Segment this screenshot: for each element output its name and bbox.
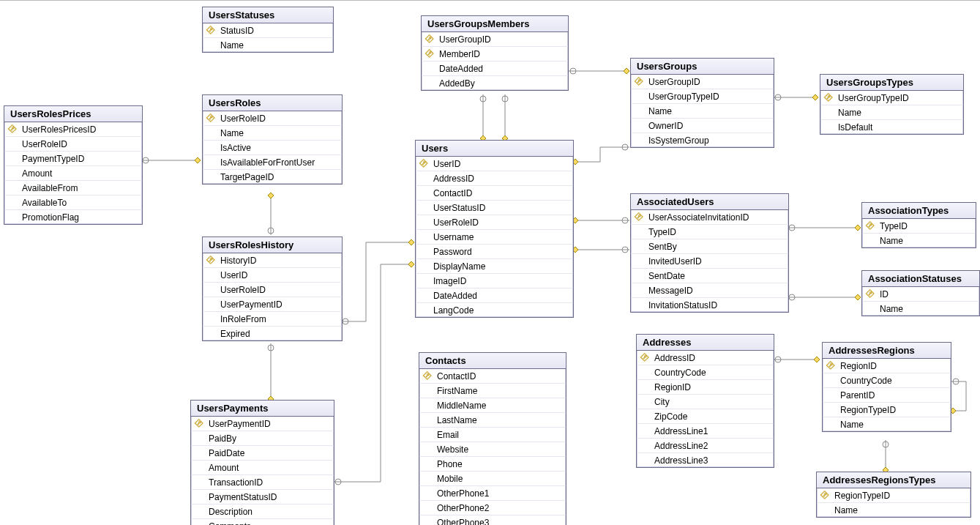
column-row[interactable]: OtherPhone1 (419, 486, 566, 501)
column-row[interactable]: TargetPageID (203, 170, 342, 184)
column-row[interactable]: TransactionID (191, 475, 334, 490)
column-row[interactable]: MiddleName (419, 398, 566, 413)
column-row[interactable]: IsAvailableForFrontUser (203, 155, 342, 170)
column-row[interactable]: PaymentStatusID (191, 490, 334, 504)
table-addresses[interactable]: Addresses⚿AddressIDCountryCodeRegionIDCi… (636, 334, 774, 468)
column-row[interactable]: ⚿UserGroupID (631, 75, 774, 89)
table-users-statuses[interactable]: UsersStatuses⚿StatusIDName (202, 7, 334, 53)
column-row[interactable]: UserPaymentID (203, 297, 342, 312)
column-row[interactable]: Name (203, 38, 333, 52)
column-row[interactable]: Username (416, 230, 573, 245)
column-row[interactable]: OwnerID (631, 119, 774, 133)
column-row[interactable]: PaidDate (191, 446, 334, 461)
column-row[interactable]: DateAdded (416, 288, 573, 303)
column-row[interactable]: UserGroupTypeID (631, 89, 774, 104)
column-row[interactable]: ⚿UserID (416, 157, 573, 171)
column-row[interactable]: ⚿UserGroupTypeID (820, 91, 963, 105)
column-row[interactable]: ParentID (823, 388, 951, 403)
column-row[interactable]: IsDefault (820, 120, 963, 134)
column-row[interactable]: OtherPhone2 (419, 501, 566, 515)
column-row[interactable]: Name (862, 234, 976, 247)
table-association-statuses[interactable]: AssociationStatuses⚿IDName (861, 270, 980, 316)
column-row[interactable]: UserStatusID (416, 201, 573, 215)
column-row[interactable]: ImageID (416, 274, 573, 288)
column-row[interactable]: AddressID (416, 171, 573, 186)
column-row[interactable]: Password (416, 245, 573, 259)
column-row[interactable]: UserRoleID (4, 137, 142, 152)
table-addresses-regions-types[interactable]: AddressesRegionsTypes⚿RegionTypeIDName (816, 472, 971, 518)
column-row[interactable]: ⚿ID (862, 287, 979, 302)
column-row[interactable]: Phone (419, 457, 566, 472)
column-row[interactable]: ⚿RegionID (823, 359, 951, 373)
column-row[interactable]: RegionID (637, 380, 774, 395)
table-users-groups[interactable]: UsersGroups⚿UserGroupIDUserGroupTypeIDNa… (630, 58, 774, 148)
table-users-roles-prices[interactable]: UsersRolesPrices⚿UserRolesPricesIDUserRo… (4, 105, 143, 225)
column-row[interactable]: ⚿AddressID (637, 351, 774, 365)
column-row[interactable]: DisplayName (416, 259, 573, 274)
table-users-groups-members[interactable]: UsersGroupsMembers⚿UserGroupID⚿MemberIDD… (421, 15, 569, 91)
column-row[interactable]: SentBy (631, 239, 788, 254)
column-row[interactable]: ⚿StatusID (203, 23, 333, 38)
table-users[interactable]: Users⚿UserIDAddressIDContactIDUserStatus… (415, 140, 574, 318)
column-row[interactable]: Name (817, 503, 970, 517)
column-row[interactable]: IsSystemGroup (631, 133, 774, 147)
column-row[interactable]: Amount (191, 461, 334, 475)
column-row[interactable]: AvailableFrom (4, 181, 142, 196)
column-row[interactable]: LastName (419, 413, 566, 428)
column-row[interactable]: OtherPhone3 (419, 515, 566, 525)
column-row[interactable]: ⚿RegionTypeID (817, 488, 970, 503)
column-row[interactable]: Name (631, 104, 774, 119)
column-row[interactable]: UserRoleID (203, 283, 342, 297)
column-row[interactable]: City (637, 395, 774, 409)
column-row[interactable]: AvailableTo (4, 196, 142, 210)
column-row[interactable]: IsActive (203, 141, 342, 155)
column-row[interactable]: InvitedUserID (631, 254, 788, 269)
column-row[interactable]: Comments (191, 519, 334, 525)
column-row[interactable]: ⚿UserPaymentID (191, 417, 334, 431)
column-row[interactable]: ⚿MemberID (422, 47, 568, 62)
column-row[interactable]: Mobile (419, 472, 566, 486)
column-row[interactable]: Name (820, 105, 963, 120)
column-row[interactable]: TypeID (631, 225, 788, 239)
column-row[interactable]: ⚿UserGroupID (422, 32, 568, 47)
column-row[interactable]: Name (862, 302, 979, 316)
table-users-roles[interactable]: UsersRoles⚿UserRoleIDNameIsActiveIsAvail… (202, 94, 343, 185)
column-row[interactable]: MessageID (631, 283, 788, 298)
column-row[interactable]: AddressLine2 (637, 439, 774, 453)
column-row[interactable]: AddressLine3 (637, 453, 774, 467)
column-row[interactable]: CountryCode (637, 365, 774, 380)
column-row[interactable]: CountryCode (823, 373, 951, 388)
column-row[interactable]: UserID (203, 268, 342, 283)
diagram-canvas[interactable]: UsersStatuses⚿StatusIDName UsersRolesPri… (0, 0, 980, 525)
column-row[interactable]: ⚿ContactID (419, 369, 566, 384)
column-row[interactable]: ⚿UserRolesPricesID (4, 122, 142, 137)
column-row[interactable]: Description (191, 504, 334, 519)
column-row[interactable]: PromotionFlag (4, 210, 142, 224)
column-row[interactable]: UserRoleID (416, 215, 573, 230)
column-row[interactable]: PaymentTypeID (4, 152, 142, 166)
column-row[interactable]: Name (823, 417, 951, 431)
column-row[interactable]: Website (419, 442, 566, 457)
table-associated-users[interactable]: AssociatedUsers⚿UserAssociateInvitationI… (630, 193, 789, 313)
column-row[interactable]: InRoleFrom (203, 312, 342, 327)
table-association-types[interactable]: AssociationTypes⚿TypeIDName (861, 202, 976, 248)
column-row[interactable]: ⚿UserAssociateInvitationID (631, 210, 788, 225)
column-row[interactable]: RegionTypeID (823, 403, 951, 417)
column-row[interactable]: Amount (4, 166, 142, 181)
table-users-payments[interactable]: UsersPayments⚿UserPaymentIDPaidByPaidDat… (190, 400, 334, 525)
column-row[interactable]: LangCode (416, 303, 573, 317)
column-row[interactable]: FirstName (419, 384, 566, 398)
column-row[interactable]: DateAdded (422, 62, 568, 76)
column-row[interactable]: InvitationStatusID (631, 298, 788, 312)
table-users-groups-types[interactable]: UsersGroupsTypes⚿UserGroupTypeIDNameIsDe… (820, 74, 964, 135)
column-row[interactable]: Email (419, 428, 566, 442)
column-row[interactable]: PaidBy (191, 431, 334, 446)
column-row[interactable]: SentDate (631, 269, 788, 283)
column-row[interactable]: ⚿UserRoleID (203, 111, 342, 126)
table-contacts[interactable]: Contacts⚿ContactIDFirstNameMiddleNameLas… (419, 352, 566, 525)
column-row[interactable]: AddedBy (422, 76, 568, 90)
column-row[interactable]: Expired (203, 327, 342, 340)
column-row[interactable]: AddressLine1 (637, 424, 774, 439)
column-row[interactable]: ⚿HistoryID (203, 253, 342, 268)
column-row[interactable]: ZipCode (637, 409, 774, 424)
